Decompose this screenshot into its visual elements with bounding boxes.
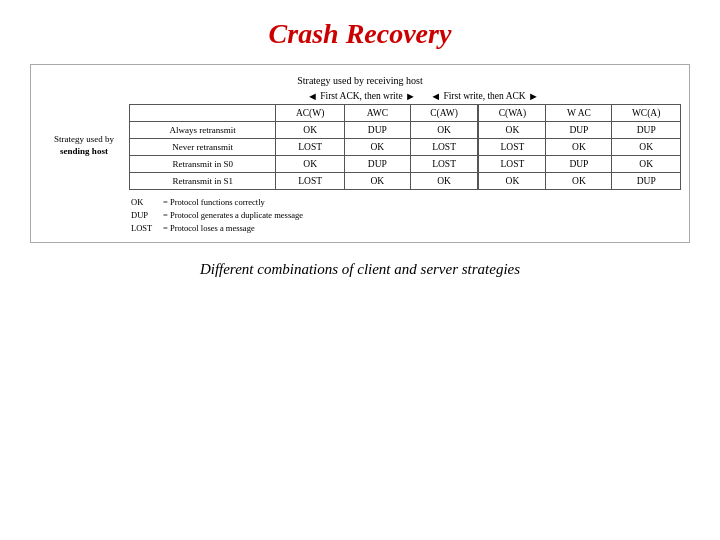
result-cell: OK bbox=[546, 173, 612, 190]
table-wrapper: AC(W) AWC C(AW) C(WA) W AC WC(A) Always … bbox=[129, 104, 681, 190]
result-cell: DUP bbox=[344, 122, 410, 139]
legend: OK= Protocol functions correctlyDUP= Pro… bbox=[39, 196, 681, 234]
result-cell: DUP bbox=[612, 173, 681, 190]
legend-item: OK= Protocol functions correctly bbox=[131, 196, 681, 209]
legend-item: LOST= Protocol loses a message bbox=[131, 222, 681, 235]
result-cell: LOST bbox=[276, 173, 345, 190]
result-cell: LOST bbox=[410, 156, 478, 173]
result-cell: LOST bbox=[276, 139, 345, 156]
col-header-wca: WC(A) bbox=[612, 105, 681, 122]
col-header-strategy bbox=[130, 105, 276, 122]
result-cell: OK bbox=[276, 156, 345, 173]
result-cell: DUP bbox=[344, 156, 410, 173]
legend-key: DUP bbox=[131, 209, 159, 222]
result-cell: LOST bbox=[478, 139, 546, 156]
result-cell: LOST bbox=[478, 156, 546, 173]
arrow-right-label: First write, then ACK bbox=[443, 91, 525, 101]
result-cell: OK bbox=[478, 173, 546, 190]
legend-key: LOST bbox=[131, 222, 159, 235]
right-arrow-right: ► bbox=[528, 90, 539, 102]
result-cell: DUP bbox=[546, 156, 612, 173]
result-cell: OK bbox=[478, 122, 546, 139]
strategy-label: Always retransmit bbox=[130, 122, 276, 139]
result-cell: LOST bbox=[410, 139, 478, 156]
legend-desc: = Protocol functions correctly bbox=[163, 196, 265, 209]
table-header-row: AC(W) AWC C(AW) C(WA) W AC WC(A) bbox=[130, 105, 681, 122]
strategy-label: Retransmit in S1 bbox=[130, 173, 276, 190]
right-arrow-left: ◄ bbox=[430, 90, 441, 102]
legend-desc: = Protocol loses a message bbox=[163, 222, 255, 235]
result-cell: DUP bbox=[612, 122, 681, 139]
result-cell: OK bbox=[612, 139, 681, 156]
result-cell: OK bbox=[612, 156, 681, 173]
col-header-acw: AC(W) bbox=[276, 105, 345, 122]
results-table: AC(W) AWC C(AW) C(WA) W AC WC(A) Always … bbox=[129, 104, 681, 190]
result-cell: OK bbox=[410, 122, 478, 139]
bottom-caption: Different combinations of client and ser… bbox=[200, 261, 520, 278]
legend-desc: = Protocol generates a duplicate message bbox=[163, 209, 303, 222]
result-cell: OK bbox=[344, 139, 410, 156]
sending-host-label: Strategy used by sending host bbox=[39, 104, 129, 157]
left-arrow-left: ◄ bbox=[307, 90, 318, 102]
result-cell: OK bbox=[344, 173, 410, 190]
col-header-cwa: C(WA) bbox=[478, 105, 546, 122]
page-title: Crash Recovery bbox=[269, 18, 452, 50]
result-cell: OK bbox=[546, 139, 612, 156]
table-row: Never retransmitLOSTOKLOSTLOSTOKOK bbox=[130, 139, 681, 156]
page: Crash Recovery Strategy used by receivin… bbox=[0, 0, 720, 540]
table-row: Always retransmitOKDUPOKOKDUPDUP bbox=[130, 122, 681, 139]
strategy-top-label: Strategy used by receiving host bbox=[39, 75, 681, 86]
col-header-wac: W AC bbox=[546, 105, 612, 122]
table-row: Retransmit in S0OKDUPLOSTLOSTDUPOK bbox=[130, 156, 681, 173]
strategy-label: Retransmit in S0 bbox=[130, 156, 276, 173]
col-header-caw: C(AW) bbox=[410, 105, 478, 122]
result-cell: OK bbox=[276, 122, 345, 139]
arrow-left-label: First ACK, then write bbox=[320, 91, 402, 101]
diagram-area: Strategy used by receiving host ◄ First … bbox=[30, 64, 690, 243]
result-cell: DUP bbox=[546, 122, 612, 139]
col-header-awc: AWC bbox=[344, 105, 410, 122]
table-row: Retransmit in S1LOSTOKOKOKOKDUP bbox=[130, 173, 681, 190]
main-content: Strategy used by sending host AC(W) AWC … bbox=[39, 104, 681, 190]
left-arrow-right: ► bbox=[405, 90, 416, 102]
legend-item: DUP= Protocol generates a duplicate mess… bbox=[131, 209, 681, 222]
result-cell: OK bbox=[410, 173, 478, 190]
header-arrows: ◄ First ACK, then write ► ◄ First write,… bbox=[39, 90, 681, 102]
legend-key: OK bbox=[131, 196, 159, 209]
strategy-label: Never retransmit bbox=[130, 139, 276, 156]
